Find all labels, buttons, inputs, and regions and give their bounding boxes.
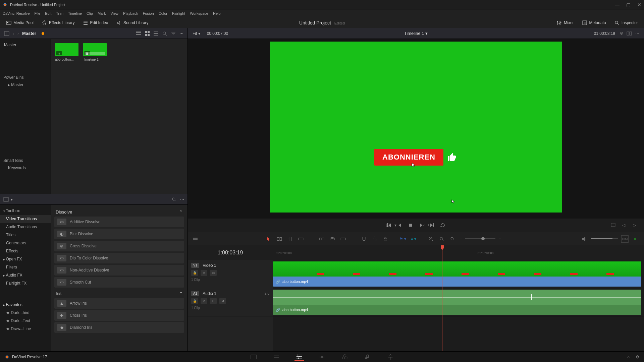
deliver-page-tab[interactable] <box>386 353 395 361</box>
fx-smooth-cut[interactable]: ▭Smooth Cut <box>54 277 184 288</box>
menu-file[interactable]: File <box>35 11 41 15</box>
menu-mark[interactable]: Mark <box>98 11 106 15</box>
lock-icon[interactable]: 🔒 <box>191 298 198 304</box>
replace-tool[interactable] <box>339 235 347 243</box>
fx-effects[interactable]: Effects <box>0 247 51 255</box>
menu-workspace[interactable]: Workspace <box>190 11 208 15</box>
zoom-out[interactable]: − <box>460 237 462 241</box>
disable-icon[interactable]: ▭ <box>210 270 217 276</box>
tree-master[interactable]: Master <box>0 41 51 49</box>
fx-blur-dissolve[interactable]: ◐Blur Dissolve <box>54 229 184 239</box>
timeline-timecode-display[interactable]: 1:00:03:19 <box>188 245 273 260</box>
loop-button[interactable] <box>440 222 446 228</box>
auto-select-icon[interactable]: ◇ <box>201 298 207 304</box>
overlay-dropdown[interactable]: ▾ <box>394 223 396 228</box>
prev-frame-button[interactable] <box>397 222 403 228</box>
home-button[interactable]: ⌂ <box>627 355 630 359</box>
in-button[interactable]: ◁ <box>621 222 627 228</box>
thumbnail-view-icon[interactable] <box>136 31 141 36</box>
zoom-custom-icon[interactable] <box>449 235 456 243</box>
audio-track-lane[interactable]: 🔗abo button.mp4 <box>273 288 644 316</box>
clip-timeline1[interactable]: ▦ Timeline 1 <box>83 43 107 61</box>
options-icon[interactable]: ⋯ <box>179 31 183 36</box>
v1-badge[interactable]: V1 <box>191 263 199 268</box>
last-frame-button[interactable] <box>429 222 435 228</box>
a1-badge[interactable]: A1 <box>191 291 199 296</box>
video-track-header[interactable]: V1 Video 1 🔒 ◇ ▭ 1 Clip <box>188 260 273 288</box>
metadata-toggle[interactable]: Metadata <box>579 19 609 27</box>
auto-select-icon[interactable]: ◇ <box>201 270 207 276</box>
nav-fwd[interactable]: › <box>17 31 19 36</box>
fx-dropdown[interactable]: ▾ <box>11 197 13 202</box>
options-icon[interactable]: ⋯ <box>180 197 184 202</box>
timeline-view-icon[interactable] <box>193 236 198 242</box>
zoom-in[interactable]: + <box>499 237 501 241</box>
dual-view-icon[interactable] <box>627 31 632 36</box>
close-button[interactable]: ✕ <box>637 2 641 7</box>
audio-track-header[interactable]: A1 Audio 1 2.0 🔒 ◇ S M 1 Clip <box>188 288 273 316</box>
dissolve-header[interactable]: Dissolve⌃ <box>54 207 184 217</box>
menu-fusion[interactable]: Fusion <box>143 11 154 15</box>
fx-arrow-iris[interactable]: ▲Arrow Iris <box>54 298 184 309</box>
playhead[interactable] <box>441 245 444 250</box>
zoom-slider[interactable] <box>465 238 495 239</box>
fx-favorites[interactable]: Favorites <box>0 301 51 309</box>
mute-button[interactable] <box>632 235 639 243</box>
effects-library-toggle[interactable]: Effects Library <box>39 19 77 27</box>
insert-tool[interactable] <box>318 235 325 243</box>
iris-header[interactable]: Iris⌃ <box>54 289 184 298</box>
timeline-ruler[interactable]: 01:00:00:00 01:00:04:00 <box>273 245 644 260</box>
fx-audiofx[interactable]: Audio FX <box>0 271 51 279</box>
edit-index-toggle[interactable]: Edit Index <box>80 19 111 27</box>
maximize-button[interactable]: ▢ <box>626 2 631 7</box>
media-page-tab[interactable] <box>249 353 258 361</box>
list-view-icon[interactable] <box>153 31 159 36</box>
fusion-page-tab[interactable] <box>317 353 327 361</box>
tree-power-master[interactable]: ▸ Master <box>0 81 51 88</box>
grid-view-icon[interactable] <box>145 31 150 36</box>
fx-nonadditive-dissolve[interactable]: ▭Non-Additive Dissolve <box>54 265 184 276</box>
out-button[interactable]: ▷ <box>631 222 637 228</box>
fx-cross-iris[interactable]: ✚Cross Iris <box>54 310 184 321</box>
volume-icon[interactable] <box>580 235 588 243</box>
overwrite-tool[interactable] <box>329 235 336 243</box>
bypass-icon[interactable]: ⊘ <box>620 31 623 36</box>
play-button[interactable] <box>418 222 424 228</box>
fx-cross-dissolve[interactable]: ⊗Cross Dissolve <box>54 241 184 251</box>
stop-button[interactable] <box>408 222 414 228</box>
cut-page-tab[interactable] <box>272 353 281 361</box>
fx-audio-transitions[interactable]: Audio Transitions <box>0 223 51 231</box>
menu-timeline[interactable]: Timeline <box>68 11 82 15</box>
settings-button[interactable]: ⚙ <box>636 355 639 359</box>
viewer-scrubber[interactable] <box>270 213 562 219</box>
zoom-full-icon[interactable] <box>427 235 435 243</box>
playhead-line[interactable] <box>442 245 442 351</box>
fx-additive-dissolve[interactable]: ▭Additive Dissolve <box>54 217 184 227</box>
viewer-title[interactable]: Timeline 1 ▾ <box>404 31 428 36</box>
menu-playback[interactable]: Playback <box>123 11 138 15</box>
marker-button[interactable]: ● ▾ <box>410 235 417 243</box>
audio-clip[interactable]: 🔗abo button.mp4 <box>273 290 641 315</box>
menu-edit[interactable]: Edit <box>45 11 51 15</box>
clip-abo-button[interactable]: ♫ abo button... <box>55 43 78 61</box>
lock-tool[interactable] <box>382 235 389 243</box>
mute-button[interactable]: M <box>219 298 226 304</box>
panel-layout-icon[interactable] <box>4 31 9 36</box>
search-icon[interactable] <box>171 197 177 202</box>
fav-1[interactable]: ★ Dark...hird <box>0 309 51 317</box>
sound-library-toggle[interactable]: Sound Library <box>113 19 151 27</box>
video-track-lane[interactable]: 🔗abo button.mp4 <box>273 260 644 288</box>
viewer-zoom-select[interactable]: Fit ▾ <box>193 31 200 36</box>
menu-davinci[interactable]: DaVinci Resolve <box>3 11 30 15</box>
menu-help[interactable]: Help <box>213 11 221 15</box>
flag-button[interactable]: ⚑ ▾ <box>399 235 407 243</box>
zoom-detail-icon[interactable] <box>438 235 445 243</box>
trim-tool[interactable] <box>276 235 283 243</box>
video-clip[interactable]: 🔗abo button.mp4 <box>273 261 641 287</box>
fx-generators[interactable]: Generators <box>0 239 51 247</box>
fx-video-transitions[interactable]: Video Transitions <box>0 215 51 223</box>
media-pool-toggle[interactable]: Media Pool <box>3 19 36 27</box>
fav-3[interactable]: ★ Draw...Line <box>0 325 51 333</box>
fx-diamond-iris[interactable]: ◆Diamond Iris <box>54 322 184 333</box>
fx-dip-dissolve[interactable]: ▭Dip To Color Dissolve <box>54 253 184 263</box>
